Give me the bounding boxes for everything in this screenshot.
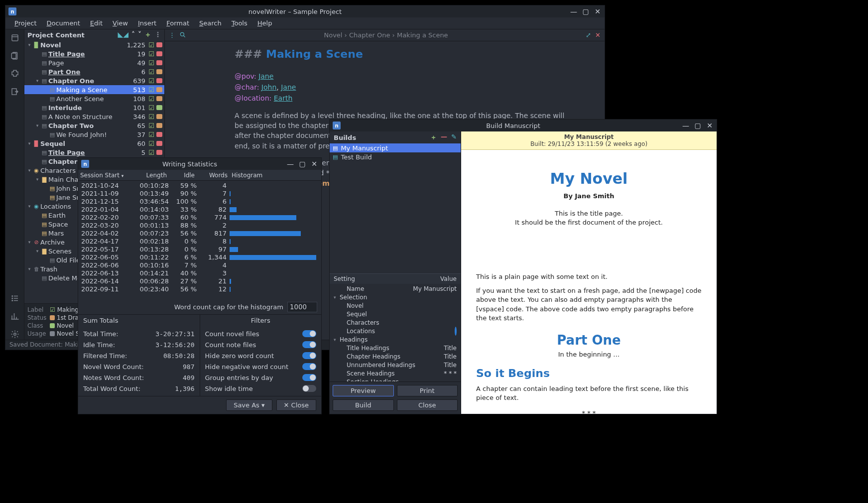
- build-banner: My Manuscript Built: 29/11/23 13:11:59 (…: [461, 131, 717, 150]
- build-item[interactable]: ▤My Manuscript: [330, 143, 461, 152]
- editor-more-icon[interactable]: ⋮: [169, 31, 175, 39]
- stats-title: Writing Statistics: [93, 160, 286, 168]
- minimize-button[interactable]: —: [286, 160, 294, 168]
- menu-tools[interactable]: Tools: [227, 18, 252, 28]
- remove-build-icon[interactable]: —: [441, 133, 447, 142]
- build-item[interactable]: ▤Test Build: [330, 152, 461, 161]
- build-list[interactable]: ▤My Manuscript▤Test Build: [330, 143, 461, 161]
- filter-toggle[interactable]: Group entries by day: [205, 372, 317, 383]
- stats-icon[interactable]: [9, 311, 20, 322]
- stats-row: 2021-11-0900:13:4990 %7: [78, 190, 321, 198]
- tree-item[interactable]: ▤Page49☑: [24, 58, 164, 67]
- chevron-up-icon[interactable]: ˄: [131, 30, 135, 39]
- build-preview: My Novel By Jane Smith This is the title…: [461, 150, 717, 414]
- build-window-title: Build Manuscript: [345, 122, 682, 129]
- tree-item[interactable]: ▾▉Sequel60☑: [24, 139, 164, 148]
- stats-row: 2022-09-1100:23:4056 %12: [78, 285, 321, 293]
- preview-button[interactable]: Preview: [333, 385, 394, 396]
- filter-toggle[interactable]: Hide zero word count: [205, 350, 317, 361]
- tree-item[interactable]: ▤Title Page5☑: [24, 148, 164, 157]
- stats-row: 2022-02-2000:07:3360 %774: [78, 214, 321, 222]
- novel-view-icon[interactable]: [9, 50, 20, 61]
- menu-insert[interactable]: Insert: [133, 18, 161, 28]
- minimize-button[interactable]: —: [570, 7, 578, 15]
- export-icon[interactable]: [9, 86, 20, 97]
- app-icon: n: [81, 160, 89, 168]
- filters-title: Filters: [205, 317, 317, 324]
- tree-item[interactable]: ▾▉Novel1,225☑: [24, 40, 164, 49]
- maximize-button[interactable]: ▢: [582, 7, 590, 15]
- print-button[interactable]: Print: [397, 385, 458, 396]
- edit-build-icon[interactable]: ✎: [451, 133, 457, 142]
- tree-item[interactable]: ▤Another Scene108☑: [24, 94, 164, 103]
- filter-toggle[interactable]: Count note files: [205, 339, 317, 350]
- maximize-button[interactable]: ▢: [298, 160, 306, 168]
- expand-icon[interactable]: ⤢: [586, 31, 591, 39]
- tree-item[interactable]: ▤We Found John!37☑: [24, 130, 164, 139]
- more-icon[interactable]: ⋮: [154, 30, 161, 39]
- setting-row: Unnumbered HeadingsTitle: [330, 361, 461, 370]
- menu-project[interactable]: Project: [9, 18, 42, 28]
- filter-toggle[interactable]: Count novel files: [205, 328, 317, 339]
- tree-item[interactable]: ▾▤Chapter Two65☑: [24, 121, 164, 130]
- stats-row: 2022-06-0500:11:226 %1,344: [78, 253, 321, 261]
- add-build-icon[interactable]: ＋: [430, 133, 437, 142]
- outline-icon[interactable]: [9, 293, 20, 304]
- settings-icon[interactable]: [9, 329, 20, 340]
- svg-point-5: [12, 298, 13, 299]
- filter-toggle[interactable]: Hide negative word count: [205, 361, 317, 372]
- build-settings: NameMy Manuscript▾SelectionNovelSequelCh…: [330, 284, 461, 382]
- tree-item[interactable]: ▤Part One6☑: [24, 67, 164, 76]
- add-icon[interactable]: ＋: [144, 30, 151, 39]
- search-icon[interactable]: [179, 31, 186, 39]
- main-titlebar: n novelWriter – Sample Project — ▢ ✕: [5, 5, 605, 17]
- svg-point-4: [12, 296, 13, 297]
- svg-point-6: [12, 300, 13, 301]
- setting-row: Novel: [330, 302, 461, 310]
- saveas-button[interactable]: Save As ▾: [226, 399, 272, 411]
- close-build-button[interactable]: Close: [397, 399, 458, 411]
- stats-table-head[interactable]: Session Start ▾LengthIdleWordsHistogram: [78, 170, 321, 181]
- menu-document[interactable]: Document: [42, 18, 85, 28]
- project-tree-icon[interactable]: [9, 32, 20, 43]
- tree-item[interactable]: ▤Interlude101☑: [24, 103, 164, 112]
- svg-rect-0: [12, 35, 18, 41]
- svg-point-8: [180, 32, 184, 36]
- stats-row: 2022-04-1700:02:180 %8: [78, 238, 321, 246]
- cap-input[interactable]: [287, 302, 317, 312]
- stats-window: n Writing Statistics — ▢ ✕ Session Start…: [78, 157, 322, 414]
- close-button[interactable]: ✕ Close: [276, 399, 316, 411]
- stats-row: 2022-06-0600:10:167 %4: [78, 261, 321, 269]
- tree-item[interactable]: ▾▤Chapter One639☑: [24, 76, 164, 85]
- setting-row: Title HeadingsTitle: [330, 344, 461, 353]
- setting-row: Characters: [330, 319, 461, 327]
- build-titlebar: n Build Manuscript — ▢ ✕: [330, 120, 717, 131]
- menu-search[interactable]: Search: [194, 18, 227, 28]
- tree-item[interactable]: ▤Title Page19☑: [24, 49, 164, 58]
- menu-format[interactable]: Format: [161, 18, 194, 28]
- menu-help[interactable]: Help: [252, 18, 277, 28]
- maximize-button[interactable]: ▢: [694, 122, 702, 129]
- bookmark-icon[interactable]: ◣◢: [118, 30, 128, 39]
- close-button[interactable]: ✕: [706, 122, 714, 129]
- close-button[interactable]: ✕: [594, 7, 602, 15]
- filter-toggle[interactable]: Show idle time: [205, 383, 317, 394]
- stats-titlebar: n Writing Statistics — ▢ ✕: [78, 158, 321, 170]
- stats-row: 2022-01-0400:14:0333 %82: [78, 206, 321, 214]
- menu-view[interactable]: View: [108, 18, 133, 28]
- setting-head-value: Value: [440, 275, 457, 282]
- close-editor-icon[interactable]: ✕: [595, 31, 601, 39]
- stats-row: 2022-06-1400:06:2827 %21: [78, 277, 321, 285]
- stats-row: 2021-10-2400:10:2859 %4: [78, 182, 321, 190]
- stats-row: 2021-12-1503:46:54100 %6: [78, 198, 321, 206]
- setting-row: NameMy Manuscript: [330, 285, 461, 293]
- close-button[interactable]: ✕: [310, 160, 318, 168]
- minimize-button[interactable]: —: [682, 122, 690, 129]
- build-button[interactable]: Build: [333, 399, 394, 411]
- menu-edit[interactable]: Edit: [85, 18, 108, 28]
- setting-row: ▾Headings: [330, 336, 461, 344]
- tree-item[interactable]: ▤A Note on Structure346☑: [24, 112, 164, 121]
- tree-item[interactable]: ▤Making a Scene513☑: [24, 85, 164, 94]
- chevron-down-icon[interactable]: ˅: [138, 30, 141, 39]
- addons-icon[interactable]: [9, 68, 20, 79]
